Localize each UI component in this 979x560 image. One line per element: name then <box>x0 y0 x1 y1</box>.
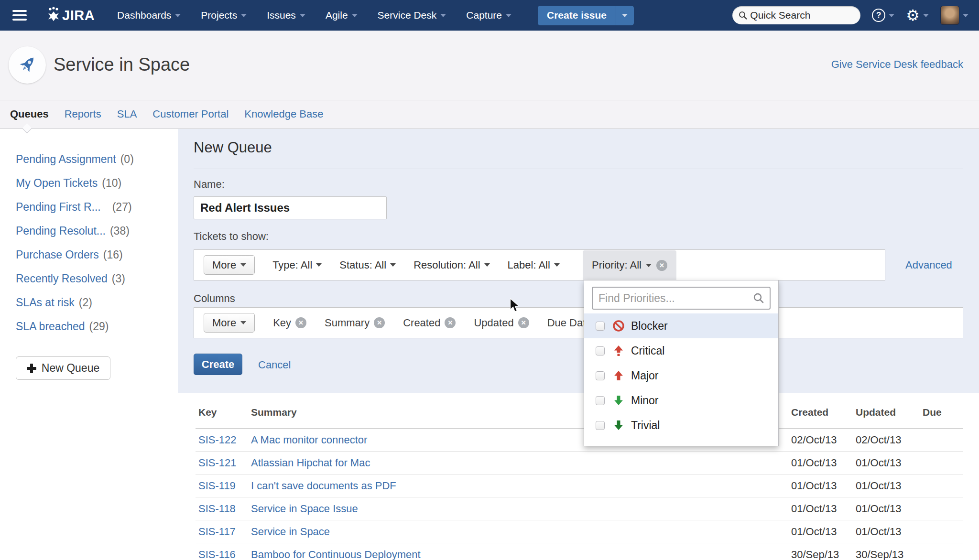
major-icon <box>612 369 625 382</box>
quick-search-input[interactable] <box>750 10 846 21</box>
chevron-down-icon <box>240 321 246 324</box>
create-issue-dropdown-button[interactable] <box>616 6 634 25</box>
remove-column-icon[interactable] <box>295 317 306 328</box>
checkbox[interactable] <box>596 322 605 331</box>
nav-item-service-desk[interactable]: Service Desk <box>368 10 457 21</box>
issue-key-link[interactable]: SIS-116 <box>198 543 236 560</box>
filter-resolution[interactable]: Resolution: All <box>413 259 490 271</box>
chevron-down-icon <box>889 14 894 17</box>
nav-item-agile[interactable]: Agile <box>315 10 368 21</box>
queue-list: Pending Assignment(0) My Open Tickets(10… <box>0 129 178 338</box>
issue-summary-link[interactable]: Service in Space <box>251 520 330 543</box>
checkbox[interactable] <box>596 371 605 380</box>
minor-icon <box>612 394 625 407</box>
sidebar-item-pending-first-response[interactable]: Pending First R...(27) <box>0 195 178 219</box>
tab-knowledge-base[interactable]: Knowledge Base <box>244 108 323 120</box>
tab-queues[interactable]: Queues <box>10 108 49 120</box>
issue-key-link[interactable]: SIS-118 <box>198 497 236 520</box>
filter-label[interactable]: Label: All <box>508 259 560 271</box>
nav-item-dashboards[interactable]: Dashboards <box>107 10 191 21</box>
sidebar-item-my-open-tickets[interactable]: My Open Tickets(10) <box>0 171 178 195</box>
user-menu[interactable] <box>940 6 968 25</box>
nav-item-projects[interactable]: Projects <box>191 10 257 21</box>
priority-option-blocker[interactable]: Blocker <box>584 313 778 338</box>
hamburger-menu-icon[interactable] <box>12 8 27 23</box>
table-row: SIS-121 Atlassian Hipchat for Mac 01/Oct… <box>196 452 963 474</box>
issue-summary-link[interactable]: I can't save documents as PDF <box>251 474 396 497</box>
priority-option-trivial[interactable]: Trivial <box>584 413 778 438</box>
filter-status[interactable]: Status: All <box>339 259 396 271</box>
checkbox[interactable] <box>596 396 605 405</box>
settings-menu[interactable]: ⚙ <box>906 8 929 22</box>
search-icon <box>753 293 764 303</box>
filter-type[interactable]: Type: All <box>272 259 322 271</box>
form-title: New Queue <box>194 139 272 156</box>
issue-created-date: 02/Oct/13 <box>791 429 837 452</box>
queue-name-input[interactable] <box>194 196 387 219</box>
issue-key-link[interactable]: SIS-122 <box>198 429 237 452</box>
nav-item-capture[interactable]: Capture <box>456 10 522 21</box>
create-button[interactable]: Create <box>194 354 242 375</box>
issue-summary-link[interactable]: Service in Space Issue <box>251 497 358 520</box>
issue-updated-date: 01/Oct/13 <box>856 452 901 474</box>
tab-customer-portal[interactable]: Customer Portal <box>152 108 228 120</box>
find-priorities-input[interactable] <box>593 292 753 305</box>
remove-priority-filter-icon[interactable] <box>656 260 667 271</box>
priority-option-critical[interactable]: Critical <box>584 338 778 363</box>
issues-table: Key Summary Created Updated Due SIS-122 … <box>178 393 979 560</box>
jira-logo[interactable]: JIRA <box>46 7 95 24</box>
sidebar-item-recently-resolved[interactable]: Recently Resolved(3) <box>0 267 178 291</box>
table-row: SIS-117 Service in Space 01/Oct/13 01/Oc… <box>196 520 963 543</box>
column-header-summary: Summary <box>251 407 297 418</box>
nav-item-issues[interactable]: Issues <box>257 10 315 21</box>
advanced-link[interactable]: Advanced <box>905 259 952 271</box>
new-queue-button[interactable]: New Queue <box>16 356 110 380</box>
nav-menu: Dashboards Projects Issues Agile Service… <box>107 10 522 21</box>
find-priorities-box <box>592 287 771 310</box>
cancel-link[interactable]: Cancel <box>258 359 291 371</box>
filters-more-button[interactable]: More <box>204 255 255 275</box>
priority-option-minor[interactable]: Minor <box>584 388 778 413</box>
filter-priority-active[interactable]: Priority: All <box>583 250 676 280</box>
columns-bar: More Key Summary Created Updated Due Dat… <box>194 307 963 338</box>
remove-column-icon[interactable] <box>445 317 456 328</box>
tickets-to-show-label: Tickets to show: <box>194 230 269 243</box>
issue-summary-link[interactable]: A Mac monitor connector <box>251 429 367 452</box>
chevron-down-icon <box>440 14 446 17</box>
issue-key-link[interactable]: SIS-121 <box>198 452 237 474</box>
feedback-link[interactable]: Give Service Desk feedback <box>831 58 963 71</box>
checkbox[interactable] <box>596 346 605 355</box>
help-menu[interactable]: ? <box>872 9 894 22</box>
remove-column-icon[interactable] <box>374 317 385 328</box>
top-navbar: JIRA Dashboards Projects Issues Agile Se… <box>0 0 979 31</box>
checkbox[interactable] <box>596 421 605 430</box>
issue-updated-date: 02/Oct/13 <box>856 429 901 452</box>
sidebar-item-pending-assignment[interactable]: Pending Assignment(0) <box>0 147 178 171</box>
sidebar-item-pending-resolution[interactable]: Pending Resolut...(38) <box>0 219 178 243</box>
issue-key-link[interactable]: SIS-117 <box>198 520 236 543</box>
issue-summary-link[interactable]: Atlassian Hipchat for Mac <box>251 452 370 474</box>
column-header-key: Key <box>198 407 217 418</box>
chevron-down-icon <box>506 14 511 17</box>
avatar <box>940 6 959 25</box>
tab-reports[interactable]: Reports <box>65 108 101 120</box>
issue-summary-link[interactable]: Bamboo for Continuous Deployment <box>251 543 421 560</box>
priority-option-major[interactable]: Major <box>584 363 778 388</box>
sidebar-item-purchase-orders[interactable]: Purchase Orders(16) <box>0 243 178 267</box>
columns-more-button[interactable]: More <box>204 313 255 333</box>
blocker-icon <box>612 320 625 332</box>
chevron-down-icon <box>484 263 490 267</box>
rocket-icon <box>16 54 38 76</box>
remove-column-icon[interactable] <box>518 317 529 328</box>
chevron-down-icon <box>923 14 929 17</box>
create-issue-button[interactable]: Create issue <box>538 6 616 25</box>
table-row: SIS-122 A Mac monitor connector 02/Oct/1… <box>196 429 963 452</box>
column-chip-updated: Updated <box>474 317 529 329</box>
issue-key-link[interactable]: SIS-119 <box>198 474 236 497</box>
tab-sla[interactable]: SLA <box>117 108 137 120</box>
priority-dropdown-panel: Blocker Critical Major Minor Trivial <box>584 280 779 446</box>
column-chip-key: Key <box>273 317 306 329</box>
sidebar-item-slas-at-risk[interactable]: SLAs at risk(2) <box>0 291 178 314</box>
search-icon <box>739 11 747 20</box>
sidebar-item-sla-breached[interactable]: SLA breached(29) <box>0 314 178 338</box>
